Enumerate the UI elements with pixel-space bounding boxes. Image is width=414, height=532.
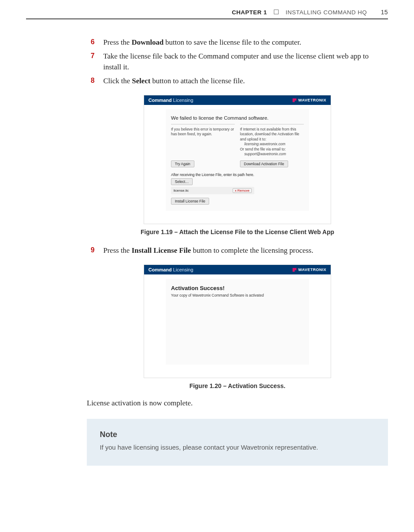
note-title: Note xyxy=(100,430,375,439)
step-number: 8 xyxy=(87,75,95,87)
steps-list-b: 9 Press the Install License File button … xyxy=(87,245,388,256)
right-col-url1: licensing.wavetronix.com xyxy=(244,142,285,146)
app-title-bar: Command Licensing WAVETRONIX xyxy=(144,265,331,274)
success-subtitle: Your copy of Wavetronix Command Software… xyxy=(171,293,304,297)
figure-1-20-screenshot: Command Licensing WAVETRONIX Activation … xyxy=(144,264,331,378)
separator-icon xyxy=(274,10,279,14)
right-col-line2: Or send the file via email to: xyxy=(240,147,286,151)
step-text: Take the license file back to the Comman… xyxy=(103,51,388,73)
step-text: Press the Install License File button to… xyxy=(103,245,388,256)
success-title: Activation Success! xyxy=(171,285,304,291)
try-again-button[interactable]: Try Again xyxy=(171,160,194,167)
right-column: If Internet is not available from this l… xyxy=(240,124,304,157)
after-receiving-text: After receiving the License File, enter … xyxy=(171,173,304,177)
right-col-line1: If Internet is not available from this l… xyxy=(240,127,299,141)
app-title: Command Licensing xyxy=(148,267,193,272)
chapter-label: CHAPTER 1 xyxy=(232,9,267,16)
step-item: 6 Press the Download button to save the … xyxy=(87,37,388,48)
step-item: 8 Click the Select button to attach the … xyxy=(87,75,388,87)
step-number: 7 xyxy=(87,51,95,73)
brand-right-text: WAVETRONIX xyxy=(298,268,326,272)
chapter-title: INSTALLING COMMAND HQ xyxy=(286,9,367,16)
app-title-bar: Command Licensing WAVETRONIX xyxy=(144,95,331,105)
step-text: Press the Download button to save the li… xyxy=(103,37,388,48)
note-body: If you have licensing issues, please con… xyxy=(100,443,375,453)
panel-title: We failed to license the Command softwar… xyxy=(171,115,304,121)
figure-1-19-screenshot: Command Licensing WAVETRONIX We failed t… xyxy=(144,95,331,224)
figure-1-19-caption: Figure 1.19 – Attach the License File to… xyxy=(87,228,388,235)
brand-right: WAVETRONIX xyxy=(292,268,326,272)
app-title-light: Licensing xyxy=(173,267,193,272)
success-panel: Activation Success! Your copy of Wavetro… xyxy=(166,279,309,365)
left-col-text: If you believe this error is temporary o… xyxy=(171,127,234,136)
wavetronix-logo-icon xyxy=(292,98,296,102)
app-title-bold: Command xyxy=(148,98,172,103)
running-header: CHAPTER 1 INSTALLING COMMAND HQ 15 xyxy=(26,9,388,20)
remove-file-button[interactable]: x Remove xyxy=(233,188,252,193)
wavetronix-logo-icon xyxy=(292,268,296,272)
select-button[interactable]: Select… xyxy=(171,178,193,185)
brand-right: WAVETRONIX xyxy=(292,98,326,102)
app-title-bold: Command xyxy=(148,267,172,272)
download-activation-button[interactable]: Download Activation File xyxy=(240,160,288,167)
step-number: 9 xyxy=(87,245,95,256)
steps-list-a: 6 Press the Download button to save the … xyxy=(87,37,388,86)
file-row: license.lic x Remove xyxy=(171,187,254,194)
brand-right-text: WAVETRONIX xyxy=(298,98,326,102)
page-number: 15 xyxy=(381,9,388,16)
right-col-email: support@wavetronix.com xyxy=(244,152,286,156)
install-license-button[interactable]: Install License File xyxy=(171,198,209,205)
left-column: If you believe this error is temporary o… xyxy=(171,124,235,157)
app-title: Command Licensing xyxy=(148,98,193,103)
licensing-panel: We failed to license the Command softwar… xyxy=(166,109,309,211)
selected-file-name: license.lic xyxy=(174,189,230,193)
step-item: 7 Take the license file back to the Comm… xyxy=(87,51,388,73)
step-number: 6 xyxy=(87,37,95,48)
step-item: 9 Press the Install License File button … xyxy=(87,245,388,256)
app-title-light: Licensing xyxy=(173,98,193,103)
step-text: Click the Select button to attach the li… xyxy=(103,75,388,87)
figure-1-20-caption: Figure 1.20 – Activation Success. xyxy=(87,382,388,389)
post-text: License activation is now complete. xyxy=(87,399,388,408)
note-block: Note If you have licensing issues, pleas… xyxy=(87,419,388,466)
